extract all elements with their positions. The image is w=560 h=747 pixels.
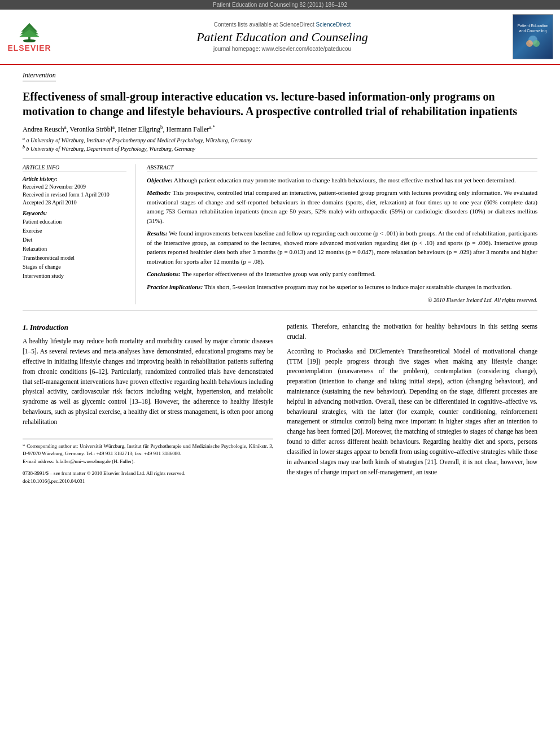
svg-point-6 — [526, 40, 533, 47]
footnote-area: * Corresponding author at: Universität W… — [23, 439, 273, 486]
practice-text: This short, 5-session interactive progra… — [204, 283, 512, 290]
article-info-abstract-section: ARTICLE INFO Article history: Received 2… — [23, 164, 537, 305]
divider-after-abstract — [23, 310, 537, 311]
abstract-conclusions: Conclusions: The superior effectiveness … — [147, 269, 537, 279]
methods-text: This prospective, controlled trial compa… — [147, 189, 537, 224]
journal-cover-image: Patient Educationand Counseling — [513, 14, 553, 59]
body-right-col: patients. Therefore, enhancing the motiv… — [287, 322, 537, 485]
elsevier-logo: ELSEVIER — [7, 21, 52, 53]
abstract-panel: ABSTRACT Objective: Although patient edu… — [147, 164, 537, 305]
elsevier-tree-icon — [15, 21, 43, 43]
abstract-methods: Methods: This prospective, controlled tr… — [147, 188, 537, 225]
abstract-results: Results: We found improvements between b… — [147, 229, 537, 266]
authors-line: Andrea Reuscha, Veronika Ströbla, Heiner… — [23, 124, 537, 134]
sciencedirect-url[interactable]: ScienceDirect — [316, 21, 351, 28]
objective-label: Objective: — [147, 177, 173, 184]
cover-illustration — [522, 33, 544, 50]
keyword-5: Transtheoretical model — [23, 254, 126, 263]
keyword-1: Patient education — [23, 217, 126, 226]
cover-text: Patient Educationand Counseling — [518, 23, 549, 33]
section-tag: Intervention — [23, 71, 56, 81]
email-label: E-mail address: — [23, 458, 54, 464]
email-address: h.faller@uni-wuerzburg.de (H. Faller). — [55, 458, 134, 464]
journal-header: ELSEVIER Contents lists available at Sci… — [0, 10, 560, 65]
journal-homepage: journal homepage: www.elsevier.com/locat… — [58, 46, 507, 52]
body-section: 1. Introduction A healthy lifestyle may … — [23, 322, 537, 485]
intro-paragraph-1: A healthy lifestyle may reduce both mort… — [23, 337, 273, 427]
objective-text: Although patient education may promote m… — [174, 177, 516, 184]
conclusions-text: The superior effectiveness of the intera… — [182, 270, 375, 277]
affiliation-a: a a University of Würzburg, Institute of… — [23, 136, 537, 143]
keyword-4: Relaxation — [23, 244, 126, 254]
main-content: Intervention Effectiveness of small-grou… — [0, 65, 560, 496]
top-bar: Patient Education and Counseling 82 (201… — [0, 0, 560, 10]
conclusions-label: Conclusions: — [147, 270, 181, 277]
keyword-6: Stages of change — [23, 263, 126, 272]
journal-citation: Patient Education and Counseling 82 (201… — [213, 2, 347, 8]
copyright-line: © 2010 Elsevier Ireland Ltd. All rights … — [147, 296, 537, 304]
methods-label: Methods: — [147, 189, 171, 196]
author-reusch: Andrea Reusch — [23, 125, 64, 133]
abstract-objective: Objective: Although patient education ma… — [147, 176, 537, 185]
keyword-3: Diet — [23, 235, 126, 244]
journal-header-center: Contents lists available at ScienceDirec… — [58, 21, 507, 52]
intro-heading: 1. Introduction — [23, 322, 273, 333]
affiliation-b: b b University of Würzburg, Department o… — [23, 145, 537, 152]
article-info-panel: ARTICLE INFO Article history: Received 2… — [23, 164, 135, 305]
keyword-2: Exercise — [23, 226, 126, 235]
accepted-date: Accepted 28 April 2010 — [23, 199, 126, 207]
journal-title: Patient Education and Counseling — [58, 30, 507, 45]
history-label: Article history: — [23, 176, 126, 182]
practice-label: Practice implications: — [147, 283, 203, 290]
issn-line: 0738-3991/$ – see front matter © 2010 El… — [23, 470, 273, 485]
results-label: Results: — [147, 230, 168, 237]
abstract-practice: Practice implications: This short, 5-ses… — [147, 282, 537, 292]
received-date: Received 2 November 2009 — [23, 183, 126, 191]
keywords-list: Patient education Exercise Diet Relaxati… — [23, 217, 126, 281]
intro-paragraph-3: According to Prochaska and DiClemente's … — [287, 347, 537, 478]
svg-point-4 — [23, 39, 36, 42]
article-title: Effectiveness of small-group interactive… — [23, 89, 537, 119]
body-left-col: 1. Introduction A healthy lifestyle may … — [23, 322, 273, 485]
author-faller: Hermann Faller — [167, 125, 209, 133]
abstract-title: ABSTRACT — [147, 164, 537, 172]
intro-paragraph-2: patients. Therefore, enhancing the motiv… — [287, 322, 537, 342]
footnote-email: E-mail address: h.faller@uni-wuerzburg.d… — [23, 458, 273, 466]
doi-text: doi:10.1016/j.pec.2010.04.031 — [23, 478, 273, 486]
article-info-title: ARTICLE INFO — [23, 164, 126, 172]
divider-after-affiliations — [23, 158, 537, 159]
svg-point-7 — [533, 40, 540, 47]
elsevier-wordmark: ELSEVIER — [7, 43, 51, 53]
keywords-label: Keywords: — [23, 210, 126, 216]
issn-text: 0738-3991/$ – see front matter © 2010 El… — [23, 470, 273, 478]
results-text: We found improvements between baseline a… — [147, 230, 537, 265]
footnote-corresponding: * Corresponding author at: Universität W… — [23, 443, 273, 458]
author-stroebl: Veronika Ströbl — [69, 125, 112, 133]
revised-date: Received in revised form 1 April 2010 — [23, 191, 126, 199]
body-two-col: 1. Introduction A healthy lifestyle may … — [23, 322, 537, 485]
author-ellgring: Heiner Ellgring — [118, 125, 160, 133]
abstract-text: Objective: Although patient education ma… — [147, 176, 537, 305]
keyword-7: Intervention study — [23, 272, 126, 281]
sciencedirect-link: Contents lists available at ScienceDirec… — [58, 21, 507, 28]
